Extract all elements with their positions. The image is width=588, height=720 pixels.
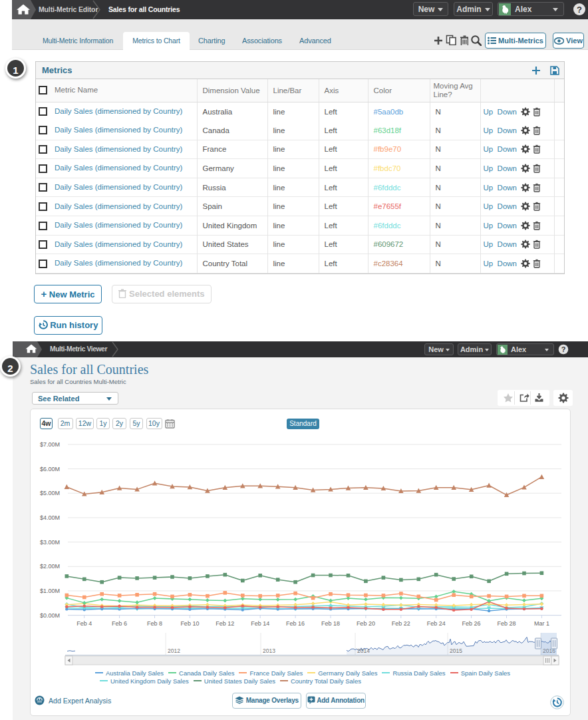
svg-text:Feb 22: Feb 22 xyxy=(392,620,410,627)
svg-text:$4.00M: $4.00M xyxy=(40,514,60,521)
svg-text:2014: 2014 xyxy=(357,647,370,654)
svg-text:$3.00M: $3.00M xyxy=(40,539,60,546)
svg-text:?: ? xyxy=(577,5,582,15)
svg-text:Feb 4: Feb 4 xyxy=(76,620,92,627)
svg-text:?: ? xyxy=(561,345,566,353)
svg-text:Feb 10: Feb 10 xyxy=(180,620,199,627)
svg-text:Feb 8: Feb 8 xyxy=(147,620,162,627)
svg-text:$2.00M: $2.00M xyxy=(40,563,60,570)
svg-text:$6.00M: $6.00M xyxy=(40,466,60,472)
svg-text:Feb 18: Feb 18 xyxy=(321,620,340,627)
svg-text:2013: 2013 xyxy=(263,647,275,654)
svg-text:$0.00M: $0.00M xyxy=(40,612,60,619)
svg-text:$1.00M: $1.00M xyxy=(40,588,60,594)
svg-text:Feb 6: Feb 6 xyxy=(112,620,127,627)
svg-text:Feb 20: Feb 20 xyxy=(357,620,375,627)
svg-text:Mar 1: Mar 1 xyxy=(534,620,549,627)
svg-text:$7.00M: $7.00M xyxy=(40,441,60,448)
svg-text:Feb 26: Feb 26 xyxy=(462,620,481,627)
svg-text:$5.00M: $5.00M xyxy=(40,490,60,496)
svg-text:2015: 2015 xyxy=(450,647,462,654)
svg-text:2012: 2012 xyxy=(168,647,180,654)
svg-text:Feb 28: Feb 28 xyxy=(497,620,515,627)
svg-text:Feb 12: Feb 12 xyxy=(216,620,234,627)
svg-text:Feb 14: Feb 14 xyxy=(251,620,269,627)
svg-text:Feb 16: Feb 16 xyxy=(286,620,305,627)
svg-text:Feb 24: Feb 24 xyxy=(427,620,446,627)
